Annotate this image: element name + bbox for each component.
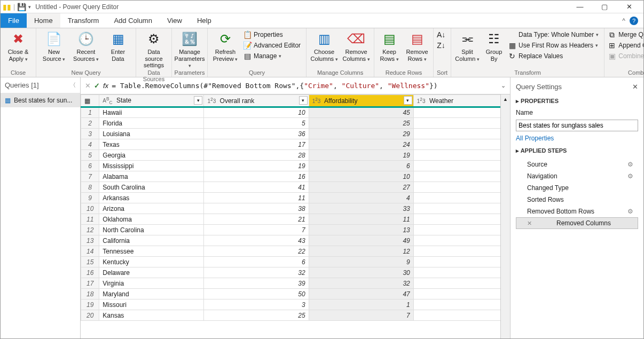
cell[interactable]: 9 — [413, 193, 500, 203]
cell[interactable]: Arkansas — [99, 193, 204, 203]
cell[interactable]: 10 — [309, 171, 413, 182]
cell[interactable]: 11 — [309, 214, 413, 225]
data-type-button[interactable]: Data Type: Whole Number — [507, 29, 602, 40]
all-properties-link[interactable]: All Properties — [516, 135, 638, 142]
data-grid[interactable]: ▦ ABC State▾123 Overall rank▾123 Afforda… — [81, 94, 500, 321]
cell[interactable]: 27 — [309, 182, 413, 193]
cell[interactable]: 47 — [309, 289, 413, 299]
row-number[interactable]: 12 — [81, 225, 99, 235]
table-row[interactable]: 11Oklahoma211111 — [81, 214, 501, 225]
cell[interactable]: Maryland — [99, 289, 204, 299]
table-corner[interactable]: ▦ — [81, 95, 99, 107]
column-header-state[interactable]: ABC State▾ — [99, 95, 204, 107]
cell[interactable]: 45 — [309, 107, 413, 118]
cell[interactable]: 22 — [204, 246, 309, 257]
qat-dropdown[interactable]: ▾ — [28, 4, 31, 10]
row-number[interactable]: 10 — [81, 203, 99, 214]
combine-files-button[interactable]: ▣Combine Files — [607, 51, 644, 61]
collapse-queries-icon[interactable]: 〈 — [70, 81, 76, 89]
data-source-settings-button[interactable]: ⚙Data source settings — [138, 29, 169, 69]
cell[interactable]: Tennessee — [99, 246, 204, 257]
tab-help[interactable]: Help — [190, 13, 219, 28]
cell[interactable]: 19 — [413, 299, 500, 310]
cell[interactable]: 29 — [309, 129, 413, 139]
cell[interactable]: Arizona — [99, 203, 204, 214]
row-number[interactable]: 19 — [81, 299, 99, 310]
tab-transform[interactable]: Transform — [60, 13, 107, 28]
delete-step-icon[interactable]: ✕ — [527, 220, 532, 227]
step-sorted-rows[interactable]: Sorted Rows — [516, 194, 638, 206]
filter-icon[interactable]: ▾ — [404, 96, 412, 105]
cell[interactable]: 14 — [413, 246, 500, 257]
table-row[interactable]: 12North Carolina71312 — [81, 225, 501, 235]
group-by-button[interactable]: ☷Group By — [482, 29, 506, 62]
cell[interactable]: California — [99, 235, 204, 246]
table-row[interactable]: 16Delaware323016 — [81, 267, 501, 278]
table-row[interactable]: 3Louisiana36293 — [81, 129, 501, 139]
close-window-button[interactable]: ✕ — [617, 1, 641, 13]
row-number[interactable]: 5 — [81, 150, 99, 161]
gear-icon[interactable]: ⚙ — [627, 172, 633, 180]
tab-view[interactable]: View — [160, 13, 190, 28]
cell[interactable]: 28 — [204, 150, 309, 161]
manage-button[interactable]: ▤Manage — [242, 51, 304, 61]
table-row[interactable]: 17Virginia393217 — [81, 278, 501, 289]
cancel-formula-icon[interactable]: ✕ — [85, 82, 91, 90]
cell[interactable]: 41 — [204, 182, 309, 193]
close-settings-icon[interactable]: ✕ — [632, 83, 638, 91]
cell[interactable]: 19 — [309, 150, 413, 161]
cell[interactable]: 33 — [309, 203, 413, 214]
row-number[interactable]: 9 — [81, 193, 99, 203]
table-row[interactable]: 14Tennessee221214 — [81, 246, 501, 257]
table-row[interactable]: 18Maryland504718 — [81, 289, 501, 299]
refresh-preview-button[interactable]: ⟳Refresh Preview — [210, 29, 241, 62]
cell[interactable]: 36 — [204, 129, 309, 139]
step-removed-columns[interactable]: ✕Removed Columns — [516, 217, 638, 229]
filter-icon[interactable]: ▾ — [299, 96, 308, 105]
cell[interactable]: 6 — [413, 161, 500, 171]
choose-columns-button[interactable]: ▥Choose Columns — [309, 29, 340, 62]
expand-formula-icon[interactable]: ⌄ — [501, 82, 506, 89]
cell[interactable]: 1 — [309, 299, 413, 310]
row-number[interactable]: 13 — [81, 235, 99, 246]
cell[interactable]: 7 — [413, 171, 500, 182]
row-number[interactable]: 7 — [81, 171, 99, 182]
table-row[interactable]: 1Hawaii10451 — [81, 107, 501, 118]
cell[interactable]: 25 — [309, 118, 413, 129]
maximize-button[interactable]: ▢ — [592, 1, 617, 13]
cell[interactable]: 6 — [204, 257, 309, 267]
cell[interactable]: 30 — [309, 267, 413, 278]
cell[interactable]: 9 — [309, 257, 413, 267]
column-header-overall-rank[interactable]: 123 Overall rank▾ — [204, 95, 309, 107]
recent-sources-button[interactable]: 🕒Recent Sources — [70, 29, 101, 62]
row-number[interactable]: 14 — [81, 246, 99, 257]
cell[interactable]: Kansas — [99, 310, 204, 321]
column-header-affordability[interactable]: 123 Affordability▾ — [309, 95, 413, 107]
row-number[interactable]: 16 — [81, 267, 99, 278]
cell[interactable]: 38 — [204, 203, 309, 214]
cell[interactable]: North Carolina — [99, 225, 204, 235]
table-row[interactable]: 6Mississippi1966 — [81, 161, 501, 171]
cell[interactable]: 39 — [204, 278, 309, 289]
cell[interactable]: Alabama — [99, 171, 204, 182]
cell[interactable]: Oklahoma — [99, 214, 204, 225]
cell[interactable]: 11 — [413, 214, 500, 225]
cell[interactable]: 8 — [413, 182, 500, 193]
row-number[interactable]: 6 — [81, 161, 99, 171]
sort-asc-button[interactable]: A↓ — [436, 29, 449, 40]
enter-data-button[interactable]: ▦Enter Data — [103, 29, 133, 62]
table-row[interactable]: 2Florida5252 — [81, 118, 501, 129]
remove-rows-button[interactable]: ▤Remove Rows — [403, 29, 431, 62]
step-changed-type[interactable]: Changed Type — [516, 182, 638, 194]
query-name-input[interactable] — [516, 120, 638, 131]
cell[interactable]: Virginia — [99, 278, 204, 289]
row-number[interactable]: 11 — [81, 214, 99, 225]
keep-rows-button[interactable]: ▤Keep Rows — [376, 29, 402, 62]
table-row[interactable]: 20Kansas25720 — [81, 310, 501, 321]
append-queries-button[interactable]: ⊞Append Queries — [607, 40, 644, 51]
row-number[interactable]: 8 — [81, 182, 99, 193]
row-number[interactable]: 20 — [81, 310, 99, 321]
cell[interactable]: 16 — [413, 267, 500, 278]
cell[interactable]: 6 — [309, 161, 413, 171]
first-row-headers-button[interactable]: ▦Use First Row as Headers — [507, 40, 602, 51]
